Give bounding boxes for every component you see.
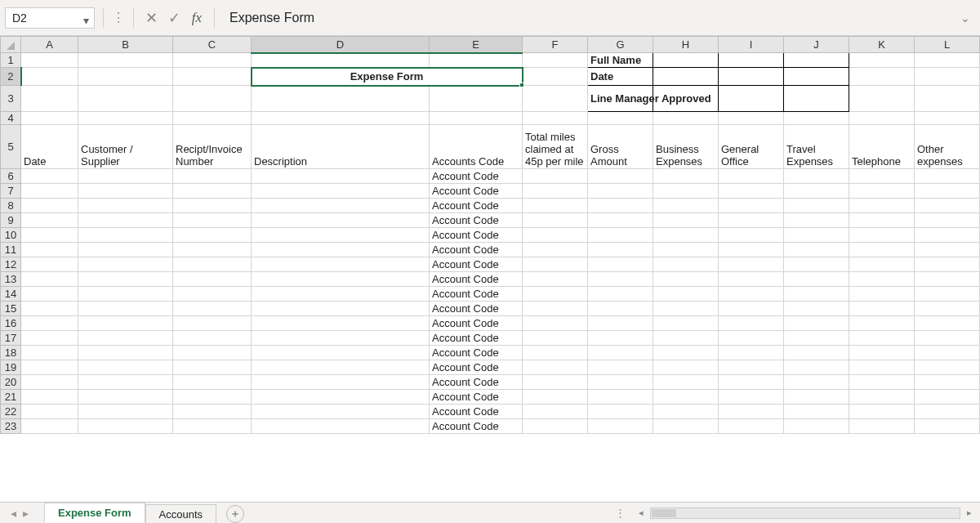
cell[interactable]: [588, 199, 653, 213]
cell[interactable]: [21, 375, 78, 390]
cell[interactable]: [849, 419, 915, 434]
row-16[interactable]: 16: [1, 316, 21, 331]
cell[interactable]: [719, 375, 784, 390]
hdr-description[interactable]: Description: [252, 125, 430, 169]
cell[interactable]: [784, 243, 849, 257]
cell[interactable]: [252, 316, 430, 331]
cell[interactable]: [653, 228, 719, 243]
cell[interactable]: [523, 302, 588, 316]
cell[interactable]: [523, 360, 588, 375]
cell[interactable]: [252, 213, 430, 228]
info-value[interactable]: [784, 68, 849, 86]
fx-button[interactable]: fx: [188, 9, 206, 27]
cell[interactable]: [523, 213, 588, 228]
cell[interactable]: [173, 243, 252, 257]
cell[interactable]: [173, 287, 252, 302]
cell[interactable]: [719, 405, 784, 419]
cell[interactable]: [588, 331, 653, 346]
row-11[interactable]: 11: [1, 243, 21, 257]
cell[interactable]: [252, 360, 430, 375]
cell[interactable]: [653, 184, 719, 199]
cell[interactable]: [915, 213, 980, 228]
cell[interactable]: [719, 390, 784, 405]
cell[interactable]: [849, 302, 915, 316]
row-5[interactable]: 5: [1, 125, 21, 169]
cell[interactable]: [784, 375, 849, 390]
col-C[interactable]: C: [173, 37, 252, 53]
cell[interactable]: [719, 316, 784, 331]
cell[interactable]: [173, 302, 252, 316]
cell[interactable]: [78, 287, 173, 302]
cell[interactable]: [784, 346, 849, 360]
cell[interactable]: [915, 316, 980, 331]
cell[interactable]: [653, 375, 719, 390]
cell[interactable]: [784, 184, 849, 199]
cell[interactable]: [784, 360, 849, 375]
cell[interactable]: [252, 302, 430, 316]
cell[interactable]: [252, 419, 430, 434]
cell[interactable]: [252, 375, 430, 390]
cell[interactable]: [252, 257, 430, 272]
cell[interactable]: [719, 287, 784, 302]
cell[interactable]: [252, 272, 430, 287]
cell[interactable]: [915, 257, 980, 272]
cell[interactable]: [784, 199, 849, 213]
tab-expense-form[interactable]: Expense Form: [44, 503, 145, 523]
cell[interactable]: [523, 419, 588, 434]
name-box[interactable]: D2 ▾: [5, 7, 95, 29]
cell[interactable]: [588, 302, 653, 316]
cell[interactable]: [784, 331, 849, 346]
cell[interactable]: [523, 53, 588, 68]
nav-prev-icon[interactable]: ▸: [20, 507, 31, 520]
cell[interactable]: [653, 390, 719, 405]
cell[interactable]: [915, 346, 980, 360]
hdr-date[interactable]: Date: [21, 125, 78, 169]
hdr-customer[interactable]: Customer / Supplier: [78, 125, 173, 169]
cell[interactable]: [523, 346, 588, 360]
confirm-button[interactable]: ✓: [165, 9, 183, 27]
account-code-cell[interactable]: Account Code: [430, 169, 523, 184]
cell[interactable]: [78, 346, 173, 360]
account-code-cell[interactable]: Account Code: [430, 243, 523, 257]
cell[interactable]: [653, 360, 719, 375]
cell[interactable]: [719, 346, 784, 360]
cell[interactable]: [784, 213, 849, 228]
account-code-cell[interactable]: Account Code: [430, 287, 523, 302]
formula-input[interactable]: [223, 7, 951, 29]
cell[interactable]: [21, 390, 78, 405]
row-9[interactable]: 9: [1, 213, 21, 228]
row-3[interactable]: 3: [1, 86, 21, 112]
cell[interactable]: [78, 199, 173, 213]
cell[interactable]: [173, 419, 252, 434]
cell[interactable]: [430, 53, 523, 68]
row-1[interactable]: 1: [1, 53, 21, 68]
account-code-cell[interactable]: Account Code: [430, 419, 523, 434]
info-value[interactable]: [719, 68, 784, 86]
cell[interactable]: [252, 169, 430, 184]
cell[interactable]: [915, 375, 980, 390]
cell[interactable]: [252, 390, 430, 405]
cell[interactable]: [849, 68, 915, 86]
cell[interactable]: [21, 257, 78, 272]
cell[interactable]: [915, 419, 980, 434]
cell[interactable]: [849, 331, 915, 346]
row-7[interactable]: 7: [1, 184, 21, 199]
cell[interactable]: [173, 316, 252, 331]
info-value[interactable]: [719, 86, 784, 112]
cell[interactable]: [653, 405, 719, 419]
account-code-cell[interactable]: Account Code: [430, 302, 523, 316]
cell[interactable]: [719, 302, 784, 316]
row-2[interactable]: 2: [1, 68, 21, 86]
cell[interactable]: [252, 53, 430, 68]
cell[interactable]: [21, 68, 78, 86]
row-19[interactable]: 19: [1, 360, 21, 375]
cell[interactable]: [173, 360, 252, 375]
cell[interactable]: [719, 199, 784, 213]
cell[interactable]: [21, 272, 78, 287]
info-label-manager[interactable]: Line Manager Approved: [588, 86, 653, 112]
cell[interactable]: [784, 169, 849, 184]
cell[interactable]: [588, 346, 653, 360]
cell[interactable]: [719, 257, 784, 272]
cell[interactable]: [588, 375, 653, 390]
cell[interactable]: [588, 287, 653, 302]
